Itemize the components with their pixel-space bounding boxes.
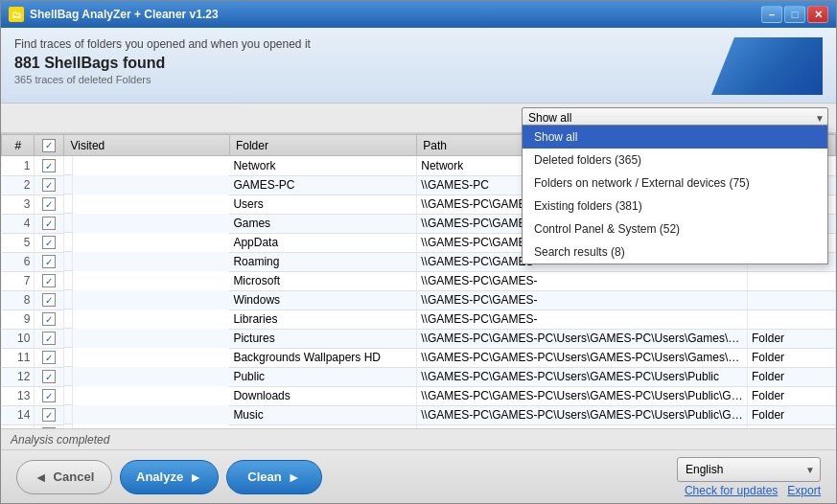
cell-check[interactable]: [35, 214, 64, 233]
check-updates-link[interactable]: Check for updates: [685, 484, 778, 497]
dropdown-item-control[interactable]: Control Panel & System (52): [523, 218, 827, 241]
dropdown-item-network[interactable]: Folders on network / External devices (7…: [523, 172, 827, 195]
dropdown-item-deleted[interactable]: Deleted folders (365): [523, 149, 827, 172]
minimize-button[interactable]: –: [761, 6, 782, 23]
clean-arrow-right-icon: ►: [288, 470, 301, 485]
cell-num: 7: [2, 271, 35, 290]
maximize-button[interactable]: □: [784, 6, 805, 23]
table-row[interactable]: 7 7/26/2012 7:55:31 PM Microsoft \\GAMES…: [2, 271, 836, 290]
analyze-label: Analyze: [136, 470, 183, 484]
cell-num: 13: [2, 386, 35, 405]
window-controls: – □ ✕: [761, 6, 828, 23]
language-select-wrapper: English Deutsch Français Español Italian…: [677, 457, 821, 482]
cell-visited: 7/26/2012 7:56:56 PM: [64, 386, 73, 405]
cell-visited: 2/8/2013 2:13:18 PM: [64, 405, 73, 424]
cell-check[interactable]: [35, 309, 64, 329]
table-row[interactable]: 10 12/11/2012 5:05:01 PM Pictures \\GAME…: [2, 329, 836, 348]
table-row[interactable]: 12 2/8/2013 2:13:18 PM Public \\GAMES-PC…: [2, 367, 836, 386]
row-checkbox[interactable]: [42, 312, 56, 326]
row-checkbox[interactable]: [42, 408, 56, 422]
close-button[interactable]: ✕: [807, 6, 828, 23]
cell-check[interactable]: [35, 290, 64, 309]
row-checkbox[interactable]: [42, 332, 56, 345]
cell-folder: Backgrounds Wallpapers HD: [229, 348, 416, 367]
cell-num: 1: [2, 156, 35, 176]
col-header-folder[interactable]: Folder: [229, 135, 416, 156]
cell-check[interactable]: [35, 252, 64, 271]
row-checkbox[interactable]: [42, 217, 56, 230]
cell-num: 3: [2, 195, 35, 214]
table-row[interactable]: 9 7/26/2012 7:55:32 PM Libraries \\GAMES…: [2, 309, 836, 329]
cell-check[interactable]: [35, 329, 64, 348]
cancel-label: Cancel: [54, 470, 95, 484]
cell-folder: Windows: [229, 290, 416, 309]
row-checkbox[interactable]: [42, 389, 56, 402]
cell-extra: Folder: [748, 405, 836, 424]
cell-check[interactable]: [35, 156, 64, 176]
cell-path: \\GAMES-PC\GAMES-: [417, 271, 748, 290]
export-link[interactable]: Export: [787, 484, 821, 497]
cell-check[interactable]: [35, 405, 64, 424]
analyze-button[interactable]: Analyze ►: [120, 460, 219, 494]
cell-check[interactable]: [35, 271, 64, 290]
row-checkbox[interactable]: [42, 197, 56, 211]
cell-folder: Public: [229, 367, 416, 386]
cancel-arrow-left-icon: ◄: [35, 470, 48, 485]
cell-path: \\GAMES-PC\GAMES-: [417, 290, 748, 309]
col-header-visited[interactable]: Visited: [64, 135, 229, 156]
cell-path: \\GAMES-PC\GAMES-PC\Users\GAMES-PC\Users…: [417, 348, 748, 367]
header-decoration: [708, 37, 823, 95]
dropdown-item-search[interactable]: Search results (8): [523, 241, 827, 263]
cell-num: 9: [2, 309, 35, 329]
row-checkbox[interactable]: [42, 178, 56, 192]
app-icon: 🗂: [9, 7, 24, 22]
clean-button[interactable]: Clean ►: [226, 460, 322, 494]
header-left: Find traces of folders you opened and wh…: [14, 37, 708, 85]
status-bar: Analysis completed: [1, 428, 836, 449]
col-header-check: [35, 135, 64, 156]
row-checkbox[interactable]: [42, 370, 56, 383]
cell-check[interactable]: [35, 386, 64, 405]
row-checkbox[interactable]: [42, 274, 56, 287]
clean-label: Clean: [247, 470, 281, 484]
cell-num: 4: [2, 214, 35, 233]
title-bar: 🗂 ShellBag AnalyZer + Cleaner v1.23 – □ …: [1, 1, 836, 28]
row-checkbox[interactable]: [42, 351, 56, 364]
cancel-button[interactable]: ◄ Cancel: [16, 460, 112, 494]
cell-num: 10: [2, 329, 35, 348]
cell-visited: -: [64, 175, 73, 195]
cell-extra: [748, 309, 836, 329]
cell-num: 6: [2, 252, 35, 271]
cell-path: \\GAMES-PC\GAMES-PC\Users\GAMES-PC\Users…: [417, 329, 748, 348]
header: Find traces of folders you opened and wh…: [1, 28, 836, 103]
cell-check[interactable]: [35, 233, 64, 252]
bottom-buttons: ◄ Cancel Analyze ► Clean ►: [16, 460, 322, 494]
cell-check[interactable]: [35, 367, 64, 386]
dropdown-item-existing[interactable]: Existing folders (381): [523, 195, 827, 218]
cell-folder: Pictures: [229, 329, 416, 348]
table-row[interactable]: 14 2/8/2013 2:13:18 PM Music \\GAMES-PC\…: [2, 405, 836, 424]
row-checkbox[interactable]: [42, 236, 56, 249]
cell-num: 11: [2, 348, 35, 367]
language-select[interactable]: English Deutsch Français Español Italian…: [677, 457, 821, 482]
table-row[interactable]: 8 7/26/2012 7:55:32 PM Windows \\GAMES-P…: [2, 290, 836, 309]
cell-check[interactable]: [35, 424, 64, 428]
row-checkbox[interactable]: [42, 255, 56, 268]
cell-visited: 7/26/2012 7:55:32 PM: [64, 309, 73, 329]
select-all-checkbox[interactable]: [42, 139, 56, 152]
cell-check[interactable]: [35, 195, 64, 214]
cell-extra: Folder: [748, 367, 836, 386]
table-row[interactable]: 13 7/26/2012 7:56:56 PM Downloads \\GAME…: [2, 386, 836, 405]
cell-visited: -: [64, 156, 73, 175]
row-checkbox[interactable]: [42, 159, 56, 172]
cell-folder: Mozilla Firefox: [229, 424, 416, 428]
header-title: 881 ShellBags found: [14, 55, 708, 72]
row-checkbox[interactable]: [42, 427, 56, 428]
cell-extra: Folder: [748, 329, 836, 348]
cell-check[interactable]: [35, 348, 64, 367]
table-row[interactable]: 15 7/26/2012 7:57:19 PM Mozilla Firefox …: [2, 424, 836, 428]
cell-check[interactable]: [35, 175, 64, 195]
row-checkbox[interactable]: [42, 293, 56, 307]
dropdown-item-showall[interactable]: Show all: [523, 126, 827, 149]
table-row[interactable]: 11 12/11/2012 5:05:01 PM Backgrounds Wal…: [2, 348, 836, 367]
